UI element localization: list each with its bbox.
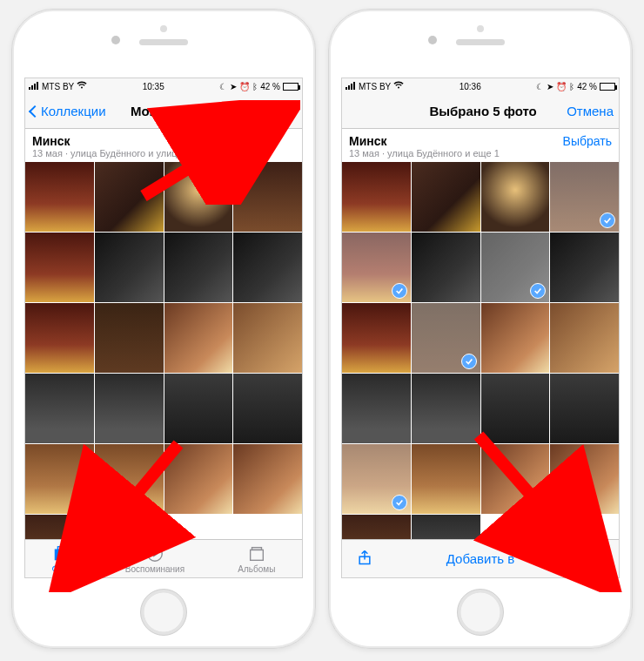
checkmark-icon — [530, 283, 546, 299]
search-icon[interactable] — [217, 102, 232, 120]
photo-thumb[interactable] — [95, 374, 164, 443]
cancel-button[interactable]: Отмена — [567, 104, 614, 118]
tab-albums[interactable]: Альбомы — [238, 544, 275, 574]
phone-left: MTS BY 10:35 ☾ ➤ ⏰ ᛒ 42 % — [11, 9, 316, 649]
photo-thumb[interactable] — [25, 233, 94, 302]
carrier-label: MTS BY — [359, 82, 391, 91]
photo-thumb[interactable] — [233, 444, 302, 514]
tab-bar: Фото Воспоминания Альбомы — [25, 539, 302, 577]
photo-thumb[interactable] — [95, 162, 164, 232]
photo-thumb[interactable] — [412, 233, 480, 302]
tab-label: Воспоминания — [125, 564, 184, 574]
status-bar: MTS BY 10:36 ☾ ➤ ⏰ ᛒ 42 % — [342, 78, 619, 94]
photo-grid — [25, 162, 302, 539]
moon-icon: ☾ — [219, 82, 227, 91]
photo-thumb[interactable] — [95, 444, 164, 514]
photo-thumb[interactable] — [481, 374, 550, 443]
nav-title: Выбрано 5 фото — [429, 104, 536, 118]
home-button[interactable] — [140, 589, 187, 636]
trash-button[interactable] — [587, 549, 605, 569]
tab-label: Фото — [52, 564, 72, 574]
photo-thumb[interactable] — [481, 303, 550, 373]
nav-bar: Выбрано 5 фото Отмена — [342, 94, 619, 129]
nav-arrow-icon: ➤ — [230, 82, 237, 91]
section-header: Минск 13 мая · улица Будённого и улица …… — [25, 129, 302, 162]
phone-right: MTS BY 10:36 ☾ ➤ ⏰ ᛒ 42 % Выбрано 5 ф — [328, 9, 633, 649]
photo-grid — [342, 162, 619, 539]
photo-thumb-selected[interactable] — [481, 233, 550, 302]
photo-thumb[interactable] — [342, 374, 411, 443]
bluetooth-icon: ᛒ — [569, 82, 574, 91]
signal-icon — [29, 82, 39, 91]
photo-thumb[interactable] — [481, 162, 550, 232]
photo-thumb[interactable] — [342, 515, 411, 539]
checkmark-icon — [392, 495, 407, 510]
svg-marker-5 — [153, 550, 158, 556]
photo-thumb[interactable] — [342, 303, 411, 373]
photo-thumb[interactable] — [25, 162, 94, 232]
svg-rect-2 — [55, 549, 66, 560]
select-button[interactable]: Выбрать — [245, 104, 297, 118]
screen-left: MTS BY 10:35 ☾ ➤ ⏰ ᛒ 42 % — [24, 78, 303, 578]
selection-toolbar: Добавить в — [342, 539, 619, 577]
checkmark-icon — [461, 354, 477, 369]
photo-thumb[interactable] — [25, 374, 94, 443]
section-header: Минск 13 мая · улица Будённого и еще 1 В… — [342, 129, 619, 162]
chevron-left-icon — [29, 105, 41, 117]
location-subtitle: 13 мая · улица Будённого и улица …ова — [32, 148, 211, 159]
photo-thumb[interactable] — [550, 303, 619, 373]
back-button[interactable]: Коллекции — [30, 104, 106, 118]
location-subtitle: 13 мая · улица Будённого и еще 1 — [349, 148, 500, 159]
photo-thumb[interactable] — [550, 444, 619, 514]
clock: 10:36 — [460, 82, 481, 91]
photo-thumb[interactable] — [164, 233, 233, 302]
location-title: Минск — [32, 134, 211, 148]
signal-icon — [345, 82, 356, 91]
photo-thumb[interactable] — [233, 233, 302, 302]
photo-thumb-selected[interactable] — [342, 444, 411, 514]
photo-thumb[interactable] — [412, 162, 480, 232]
photo-thumb[interactable] — [550, 233, 619, 302]
tab-label: Альбомы — [238, 564, 275, 574]
screen-right: MTS BY 10:36 ☾ ➤ ⏰ ᛒ 42 % Выбрано 5 ф — [341, 78, 620, 578]
photo-thumb-selected[interactable] — [412, 303, 480, 373]
nav-arrow-icon: ➤ — [547, 82, 553, 91]
photo-thumb[interactable] — [342, 162, 411, 232]
photo-thumb[interactable] — [233, 374, 302, 443]
photo-thumb[interactable] — [25, 444, 94, 514]
svg-rect-6 — [251, 550, 264, 560]
home-button[interactable] — [457, 589, 504, 636]
photo-thumb[interactable] — [164, 444, 233, 514]
photo-thumb[interactable] — [164, 303, 233, 373]
photo-thumb[interactable] — [412, 515, 480, 539]
photo-thumb[interactable] — [164, 162, 233, 232]
photo-thumb[interactable] — [25, 515, 94, 539]
checkmark-icon — [392, 283, 407, 299]
tab-photos[interactable]: Фото — [52, 544, 72, 574]
battery-icon — [283, 83, 299, 91]
alarm-icon: ⏰ — [239, 82, 250, 91]
add-to-button[interactable]: Добавить в — [446, 551, 514, 566]
photo-thumb-selected[interactable] — [342, 233, 411, 302]
share-button[interactable] — [356, 549, 373, 569]
photo-thumb[interactable] — [164, 374, 233, 443]
tab-memories[interactable]: Воспоминания — [125, 544, 184, 574]
photo-thumb[interactable] — [95, 233, 164, 302]
photo-thumb-selected[interactable] — [550, 162, 619, 232]
photo-thumb[interactable] — [233, 303, 302, 373]
svg-rect-7 — [252, 547, 261, 550]
photo-thumb[interactable] — [412, 444, 480, 514]
svg-line-1 — [226, 112, 231, 117]
alarm-icon: ⏰ — [556, 82, 567, 91]
battery-pct: 42 % — [577, 82, 597, 91]
photo-thumb[interactable] — [412, 374, 480, 443]
photo-thumb[interactable] — [481, 444, 550, 514]
photo-thumb[interactable] — [550, 374, 619, 443]
photo-thumb[interactable] — [95, 303, 164, 373]
battery-icon — [600, 83, 615, 91]
nav-bar: Коллекции Моменты Выбрать — [25, 94, 302, 129]
photo-thumb[interactable] — [25, 303, 94, 373]
photo-thumb[interactable] — [233, 162, 302, 232]
section-select-button[interactable]: Выбрать — [563, 134, 612, 148]
battery-pct: 42 % — [260, 82, 280, 91]
